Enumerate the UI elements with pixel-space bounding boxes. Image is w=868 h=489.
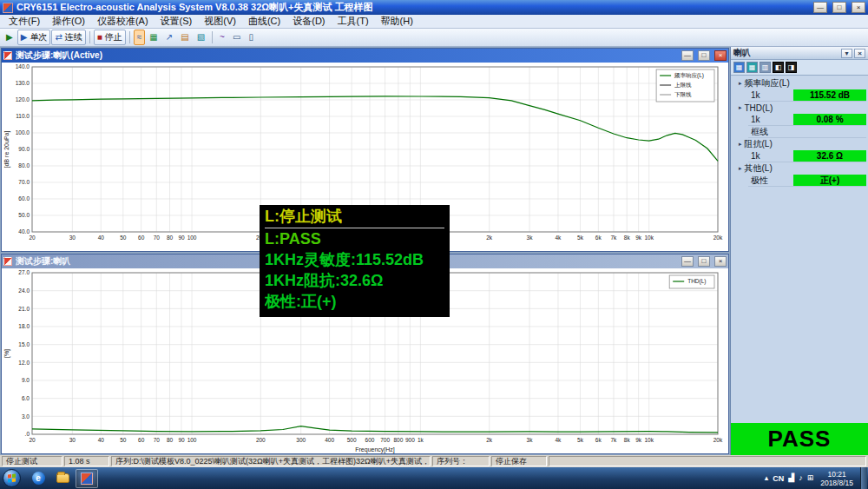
svg-text:130.0: 130.0 <box>16 80 30 86</box>
maximize-button[interactable]: □ <box>832 2 846 13</box>
svg-text:110.0: 110.0 <box>16 113 30 119</box>
panel-restore-button[interactable]: □ <box>698 50 710 61</box>
tile-horizontal-icon: ▭ <box>233 33 240 42</box>
save-icon: ▤ <box>181 33 188 42</box>
status-cell-3: 序列号： <box>432 456 490 466</box>
svg-text:600: 600 <box>365 437 375 443</box>
mdi-area: 测试步骤:喇叭(Active) — □ × 203040506070809010… <box>0 47 730 455</box>
svg-text:40: 40 <box>98 437 105 443</box>
curve-color-icon[interactable]: ▦ <box>733 62 745 73</box>
input-language-indicator[interactable]: CN <box>773 474 784 483</box>
svg-text:7k: 7k <box>611 235 618 241</box>
osd-line-0: L:停止测试 <box>265 206 444 228</box>
show-desktop-button[interactable] <box>860 467 867 489</box>
svg-text:60: 60 <box>138 235 145 241</box>
result-group-1[interactable]: ▸THD(L) <box>731 102 868 114</box>
menu-item-5[interactable]: 曲线(C) <box>242 15 286 28</box>
svg-text:40: 40 <box>98 235 105 241</box>
layout-icon[interactable]: ▥ <box>760 62 771 73</box>
svg-text:6k: 6k <box>595 235 602 241</box>
svg-text:70.0: 70.0 <box>18 179 30 185</box>
menu-item-4[interactable]: 视图(V) <box>198 15 242 28</box>
tile-horizontal-button[interactable]: ▭ <box>229 30 244 45</box>
app-icon <box>3 3 13 13</box>
panel-minimize-button[interactable]: — <box>681 50 694 61</box>
result-group-3[interactable]: ▸其他(L) <box>731 162 868 175</box>
menu-item-1[interactable]: 操作(O) <box>46 15 91 28</box>
action-center-icon[interactable]: ⊞ <box>807 474 814 482</box>
tile-vertical-button[interactable]: ▯ <box>245 30 257 45</box>
results-toolbar: ▦ ▦ ▥ ◧ ◨ <box>731 60 868 76</box>
frequency-response-panel-titlebar[interactable]: 测试步骤:喇叭(Active) — □ × <box>2 49 728 63</box>
minimize-button[interactable]: — <box>813 2 827 13</box>
hidden-icons-chevron[interactable]: ▴ <box>765 474 769 482</box>
result-row[interactable]: 1k0.08 % <box>748 114 866 126</box>
menu-item-6[interactable]: 设备(D) <box>286 15 331 28</box>
taskbar-item-cry6151[interactable] <box>76 469 98 488</box>
result-row[interactable]: 1k115.52 dB <box>748 89 866 102</box>
menu-item-3[interactable]: 设置(S) <box>155 15 199 28</box>
panel-close-button[interactable]: × <box>714 256 727 267</box>
table-view-icon[interactable]: ▦ <box>746 62 758 73</box>
results-dock-title: 喇叭 <box>733 47 839 59</box>
taskbar-item-explorer[interactable] <box>51 469 74 488</box>
export-button[interactable]: ↗ <box>162 30 176 45</box>
result-name: 极性 <box>748 175 793 186</box>
single-test-button[interactable]: ▶单次 <box>17 30 51 45</box>
title-bar[interactable]: CRY6151 Electro-acoustic Analysis System… <box>0 0 868 15</box>
osd-line-4: 极性:正(+) <box>265 291 444 312</box>
panel-minimize-button[interactable]: — <box>681 256 694 267</box>
taskbar-item-browser[interactable]: e <box>27 469 49 488</box>
status-cell-5 <box>549 456 866 466</box>
svg-text:900: 900 <box>405 437 415 443</box>
svg-text:27.0: 27.0 <box>18 269 30 275</box>
curve-button[interactable]: ~ <box>216 30 228 45</box>
stop-test-icon: ■ <box>97 33 102 42</box>
svg-text:100: 100 <box>187 235 197 241</box>
result-group-0[interactable]: ▸频率响应(L) <box>731 77 868 89</box>
svg-text:300: 300 <box>296 437 306 443</box>
result-row[interactable]: 框线 <box>748 126 866 138</box>
svg-text:24.0: 24.0 <box>18 287 30 294</box>
svg-text:Frequency[Hz]: Frequency[Hz] <box>355 446 395 453</box>
panel-close-button[interactable]: × <box>714 50 727 61</box>
volume-icon[interactable]: ♪ <box>799 474 803 482</box>
data-grid-button[interactable]: ▦ <box>146 30 161 45</box>
report-icon: ▧ <box>197 33 205 42</box>
continuous-test-button[interactable]: ⇄连续 <box>51 30 85 45</box>
panel-title-text: 测试步骤:喇叭(Active) <box>16 50 677 62</box>
result-row[interactable]: 1k32.6 Ω <box>748 150 866 162</box>
network-icon[interactable]: ▟ <box>788 474 794 482</box>
svg-text:800: 800 <box>393 437 403 443</box>
save-button[interactable]: ▤ <box>177 30 192 45</box>
osd-line-1: L:PASS <box>265 228 444 249</box>
results-dock-titlebar[interactable]: 喇叭 ▾ × <box>731 47 868 60</box>
stop-test-button[interactable]: ■停止 <box>94 30 126 45</box>
display-right-icon[interactable]: ◨ <box>786 62 797 73</box>
display-left-icon[interactable]: ◧ <box>773 62 784 73</box>
svg-text:70: 70 <box>154 437 161 443</box>
menu-item-0[interactable]: 文件(F) <box>3 15 46 28</box>
play-button[interactable]: ▶ <box>3 30 16 45</box>
expand-icon: ▸ <box>739 80 742 87</box>
svg-text:18.0: 18.0 <box>18 323 30 329</box>
svg-text:频率响应(L): 频率响应(L) <box>674 72 704 79</box>
continuous-test-icon: ⇄ <box>55 33 62 42</box>
start-button[interactable] <box>3 469 21 487</box>
menu-item-8[interactable]: 帮助(H) <box>375 15 419 28</box>
dock-menu-button[interactable]: ▾ <box>841 49 852 58</box>
dock-close-button[interactable]: × <box>854 49 865 58</box>
taskbar-clock[interactable]: 10:21 2018/8/15 <box>820 470 853 487</box>
result-row[interactable]: 极性正(+) <box>748 175 866 187</box>
svg-text:15.0: 15.0 <box>18 341 30 347</box>
menu-item-7[interactable]: 工具(T) <box>332 15 375 28</box>
menu-item-2[interactable]: 仪器校准(A) <box>91 15 155 28</box>
svg-text:9.0: 9.0 <box>22 377 30 383</box>
signal-generator-button[interactable]: ≈ <box>134 30 146 45</box>
status-cell-2: 序列:D:\测试模板V8.0_0225\喇叭测试(32Ω喇叭+失真测试，工程样图… <box>111 456 431 466</box>
result-group-2[interactable]: ▸阻抗(L) <box>731 138 868 150</box>
menu-bar: 文件(F)操作(O)仪器校准(A)设置(S)视图(V)曲线(C)设备(D)工具(… <box>0 15 868 29</box>
panel-restore-button[interactable]: □ <box>698 256 710 267</box>
close-button[interactable]: × <box>852 2 865 13</box>
report-button[interactable]: ▧ <box>194 30 208 45</box>
